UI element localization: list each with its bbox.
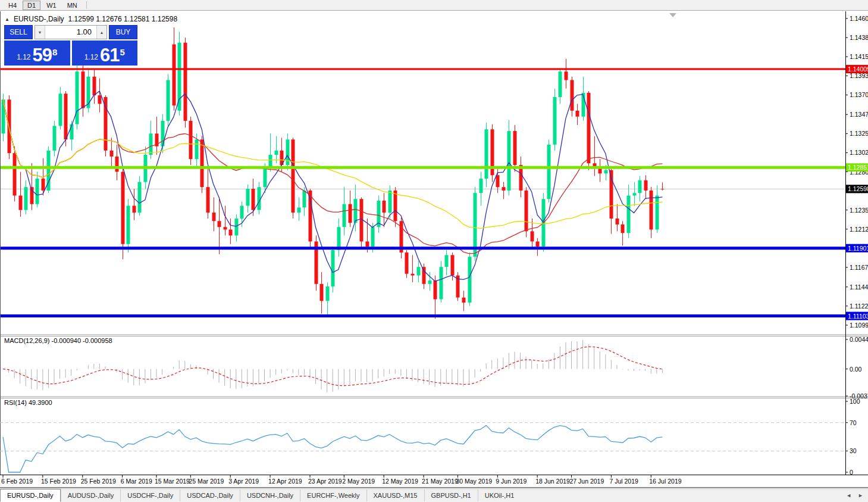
svg-text:15 Mar 2019: 15 Mar 2019	[155, 478, 190, 485]
macd-label: MACD(12,26,9) -0.000940 -0.000958	[4, 337, 112, 344]
svg-text:6 Feb 2019: 6 Feb 2019	[1, 478, 33, 485]
tab-eurusd-daily[interactable]: EURUSD-,Daily	[0, 489, 61, 502]
svg-text:6 Mar 2019: 6 Mar 2019	[121, 478, 152, 485]
svg-text:7 Jul 2019: 7 Jul 2019	[609, 478, 638, 485]
tab-audusd-daily[interactable]: AUDUSD-,Daily	[61, 489, 121, 501]
sell-price-prefix: 1.12	[17, 53, 30, 61]
tab-usdchf-daily[interactable]: USDCHF-,Daily	[120, 489, 180, 501]
timeframe-button-w1[interactable]: W1	[42, 1, 61, 10]
chart-window: 1.146051.143801.141551.139301.137051.134…	[0, 11, 868, 488]
price-chip-1.11901: 1.11901	[846, 244, 868, 252]
svg-text:1.13250: 1.13250	[850, 130, 868, 137]
candles-series	[2, 27, 665, 319]
tab-scroll-right-icon[interactable]: ►	[858, 492, 863, 498]
svg-text:100: 100	[850, 398, 860, 405]
chart-canvas[interactable]: 1.146051.143801.141551.139301.137051.134…	[0, 11, 868, 488]
svg-text:16 Jul 2019: 16 Jul 2019	[649, 478, 681, 485]
svg-text:30 May 2019: 30 May 2019	[456, 478, 492, 485]
svg-text:27 Jun 2019: 27 Jun 2019	[570, 478, 604, 485]
price-chip-current: 1.12598	[846, 185, 868, 193]
timeframe-button-d1[interactable]: D1	[23, 1, 40, 10]
svg-text:1.12350: 1.12350	[850, 207, 868, 214]
svg-text:1.11103: 1.11103	[848, 313, 868, 320]
tab-gbpusd-h1[interactable]: GBPUSD-,H1	[424, 489, 478, 501]
collapse-panel-icon[interactable]: ▲	[5, 17, 10, 22]
svg-text:1.14380: 1.14380	[850, 34, 868, 41]
svg-text:25 Mar 2019: 25 Mar 2019	[189, 478, 224, 485]
svg-text:1.14605: 1.14605	[850, 15, 868, 22]
svg-text:1.14009: 1.14009	[848, 66, 868, 73]
svg-text:12 Apr 2019: 12 Apr 2019	[268, 478, 302, 485]
svg-text:30: 30	[850, 447, 857, 454]
toolbar-separator	[86, 1, 87, 9]
ohlc-readout: 1.12599 1.12676 1.12581 1.12598	[68, 15, 178, 23]
svg-text:21 May 2019: 21 May 2019	[422, 478, 458, 485]
svg-text:23 Apr 2019: 23 Apr 2019	[308, 478, 342, 485]
ma-line-50	[3, 99, 662, 229]
svg-text:1.12851: 1.12851	[848, 164, 868, 171]
date-axis: 6 Feb 201915 Feb 201925 Feb 20196 Mar 20…	[1, 475, 682, 485]
sell-price-display[interactable]: 1.12598	[4, 40, 70, 66]
sell-price-big: 59	[33, 46, 52, 64]
symbol-tab-bar: EURUSD-,DailyAUDUSD-,DailyUSDCHF-,DailyU…	[0, 488, 868, 502]
svg-text:1.12598: 1.12598	[848, 185, 868, 192]
one-click-trading-panel: SELL ▼ 1.00 ▲ BUY 1.12598 1.12615	[4, 25, 137, 66]
rsi-pane	[0, 423, 845, 451]
buy-price-display[interactable]: 1.12615	[72, 40, 138, 66]
tab-xauusd-m15[interactable]: XAUUSD-,M15	[366, 489, 424, 501]
svg-text:12 May 2019: 12 May 2019	[382, 478, 418, 485]
buy-price-pip: 5	[120, 47, 125, 57]
tab-scroll-arrows: ◄►	[846, 492, 868, 498]
svg-text:1.13475: 1.13475	[850, 111, 868, 118]
svg-text:1.14155: 1.14155	[850, 53, 868, 60]
svg-text:1.10995: 1.10995	[850, 322, 868, 329]
chart-shift-marker-icon[interactable]	[669, 13, 676, 17]
price-chip-1.14009: 1.14009	[846, 65, 868, 73]
svg-text:2 May 2019: 2 May 2019	[342, 478, 375, 485]
svg-text:70: 70	[850, 419, 857, 426]
svg-text:15 Feb 2019: 15 Feb 2019	[41, 478, 76, 485]
svg-text:0.004465: 0.004465	[850, 336, 868, 343]
tab-eurchf-weekly[interactable]: EURCHF-,Weekly	[300, 489, 366, 501]
rsi-line	[3, 425, 662, 472]
volume-increase-icon[interactable]: ▲	[96, 26, 106, 39]
timeframe-button-mn[interactable]: MN	[62, 1, 82, 10]
svg-text:3 Apr 2019: 3 Apr 2019	[228, 478, 259, 485]
tab-usdcnh-daily[interactable]: USDCNH-,Daily	[240, 489, 300, 501]
svg-text:1.13025: 1.13025	[850, 149, 868, 156]
svg-text:9 Jun 2019: 9 Jun 2019	[496, 478, 527, 485]
volume-stepper: ▼ 1.00 ▲	[35, 25, 107, 39]
svg-text:1.13705: 1.13705	[850, 91, 868, 98]
buy-price-big: 61	[100, 46, 119, 64]
price-chip-1.11103: 1.11103	[846, 312, 868, 320]
svg-text:1.13930: 1.13930	[850, 72, 868, 79]
svg-text:25 Feb 2019: 25 Feb 2019	[81, 478, 116, 485]
sell-button[interactable]: SELL	[4, 25, 33, 39]
timeframe-button-h4[interactable]: H4	[4, 1, 21, 10]
svg-text:1.11901: 1.11901	[848, 245, 868, 252]
svg-text:1.12125: 1.12125	[850, 226, 868, 233]
tab-usdcad-daily[interactable]: USDCAD-,Daily	[180, 489, 240, 501]
svg-text:1.11220: 1.11220	[850, 303, 868, 310]
sell-price-pip: 8	[52, 47, 57, 57]
timeframe-toolbar: H4D1W1MN	[0, 0, 868, 11]
price-chip-1.12851: 1.12851	[846, 163, 868, 172]
rsi-label: RSI(14) 49.3900	[4, 399, 52, 406]
volume-decrease-icon[interactable]: ▼	[35, 26, 45, 39]
buy-price-prefix: 1.12	[84, 53, 98, 61]
svg-text:0.00: 0.00	[850, 366, 862, 373]
tab-ukoil-h1[interactable]: UKOil-,H1	[478, 489, 521, 501]
tab-scroll-left-icon[interactable]: ◄	[846, 492, 851, 498]
buy-button[interactable]: BUY	[109, 25, 137, 39]
svg-text:18 Jun 2019: 18 Jun 2019	[535, 478, 570, 485]
ma-line-21	[3, 99, 662, 254]
svg-text:1.11675: 1.11675	[850, 264, 868, 271]
svg-text:0: 0	[850, 469, 853, 476]
trading-terminal: H4D1W1MN 1.146051.143801.141551.139301.1…	[0, 0, 868, 502]
symbol-period-label: EURUSD-,Daily	[14, 15, 64, 23]
chart-title: ▲ EURUSD-,Daily 1.12599 1.12676 1.12581 …	[5, 15, 177, 23]
volume-input[interactable]: 1.00	[45, 26, 96, 39]
svg-text:1.11445: 1.11445	[850, 283, 868, 291]
